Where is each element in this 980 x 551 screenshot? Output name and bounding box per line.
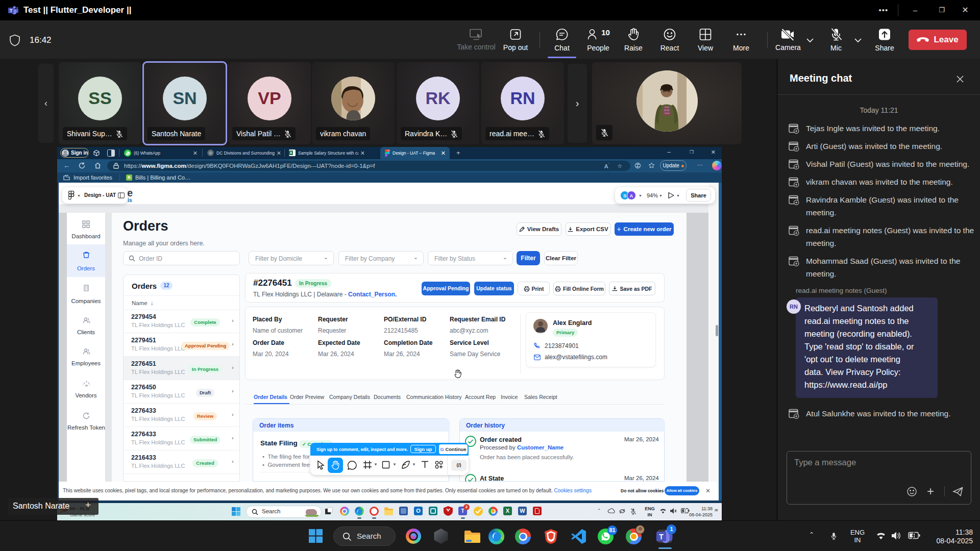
svg-text:T: T <box>10 8 13 13</box>
svg-text:T: T <box>659 533 664 541</box>
